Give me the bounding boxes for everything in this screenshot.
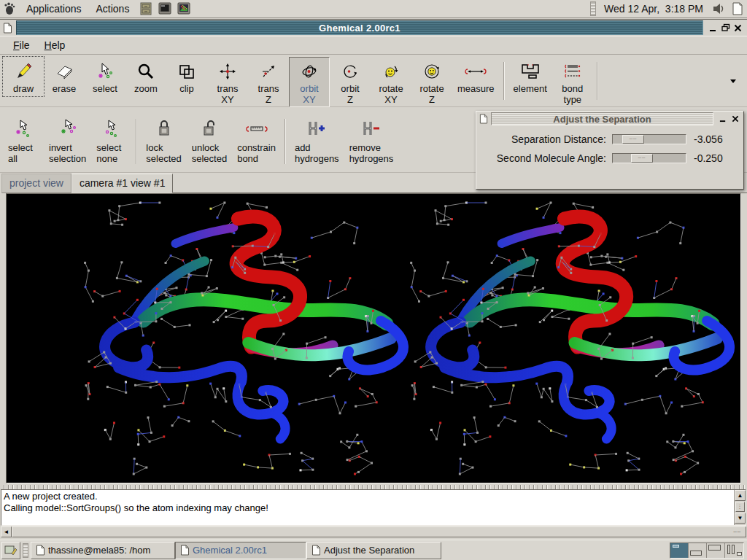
select-cursor-icon	[96, 61, 115, 82]
screenshot-launcher[interactable]	[176, 1, 192, 16]
select-none-button[interactable]: select none	[91, 113, 132, 166]
translate-z-button[interactable]: trans Z	[248, 57, 289, 107]
window-icon	[3, 23, 12, 34]
eraser-icon	[55, 61, 74, 82]
workspace-4[interactable]	[725, 543, 743, 558]
separation-distance-slider[interactable]: ┄┄	[612, 134, 686, 144]
applications-menu[interactable]: Applications	[19, 0, 89, 18]
gnome-foot-icon	[2, 1, 17, 16]
bond-type-icon	[562, 61, 583, 82]
show-desktop-icon	[4, 545, 18, 556]
notes-applet[interactable]	[729, 1, 746, 16]
clip-button[interactable]: clip	[166, 57, 207, 96]
log-output[interactable]: A new project created. Calling model::So…	[1, 490, 734, 525]
menu-file[interactable]: File	[6, 38, 37, 52]
orbit-xy-icon	[300, 61, 319, 82]
log-horizontal-scrollbar[interactable]: ◄ ┄┄	[1, 526, 746, 537]
task-terminal-window[interactable]: thassine@mela85: /hom	[31, 542, 175, 559]
bond-type-button[interactable]: bond type	[552, 57, 593, 107]
adjust-separation-dialog: Adjust the Separation Separation Distanc…	[476, 111, 744, 190]
toolbar-overflow-button[interactable]	[722, 72, 744, 90]
tab-project-view[interactable]: project view	[1, 174, 71, 193]
window-titlebar[interactable]: Ghemical 2.00rc1	[0, 20, 747, 36]
dialog-close-button[interactable]	[730, 114, 740, 124]
slider-thumb[interactable]: ┄┄	[622, 135, 644, 144]
translate-xy-icon	[218, 61, 237, 82]
scroll-left-button[interactable]: ◄	[1, 526, 12, 537]
constrain-bond-icon	[244, 117, 269, 141]
maximize-button[interactable]	[721, 23, 730, 33]
terminal-launcher[interactable]	[157, 1, 173, 16]
rotate-xy-button[interactable]: rotate XY	[371, 57, 411, 107]
workspace-2[interactable]	[689, 543, 707, 558]
log-vertical-scrollbar[interactable]: ▲ ⋮ ▼	[734, 490, 746, 525]
separation-distance-value: -3.056	[686, 133, 723, 145]
select-all-button[interactable]: select all	[3, 113, 44, 166]
separation-distance-row: Separation Distance: ┄┄ -3.056	[482, 133, 738, 145]
minimize-icon	[709, 24, 717, 32]
translate-xy-button[interactable]: trans XY	[207, 57, 248, 107]
dialog-menu-button[interactable]	[477, 112, 489, 125]
second-molecule-angle-slider[interactable]: ┄┄	[612, 153, 686, 163]
menu-help[interactable]: Help	[37, 38, 73, 52]
workspace-switcher	[670, 542, 744, 559]
tab-strip-filler	[173, 192, 747, 193]
workspace-1[interactable]	[670, 543, 689, 558]
window-title: Ghemical 2.00rc1	[319, 23, 400, 34]
orbit-xy-button[interactable]: orbit XY	[289, 57, 330, 107]
minimize-icon	[719, 115, 727, 122]
file-manager-launcher[interactable]	[138, 1, 154, 16]
scroll-up-button[interactable]: ▲	[735, 490, 746, 501]
task-ghemical-window[interactable]: Ghemical 2.00rc1	[175, 542, 306, 559]
tasklist-drag-handle[interactable]	[23, 543, 28, 558]
element-button[interactable]: element	[508, 57, 552, 96]
measure-button[interactable]: measure	[452, 57, 500, 96]
molecule-3d-viewport[interactable]	[6, 193, 741, 483]
actions-menu[interactable]: Actions	[89, 0, 137, 18]
lock-selected-button[interactable]: lock selected	[141, 113, 186, 166]
toolbar-separator	[136, 119, 137, 164]
tab-camera-view[interactable]: camera #1 view #1	[71, 174, 174, 193]
second-molecule-angle-value: -0.250	[686, 152, 723, 164]
constrain-bond-button[interactable]: constrain bond	[232, 113, 281, 166]
window-icon	[311, 545, 321, 556]
gnome-main-menu[interactable]	[1, 1, 18, 16]
titlebar-strip[interactable]: Ghemical 2.00rc1	[16, 20, 703, 35]
hscroll-thumb[interactable]: ┄┄	[12, 526, 746, 537]
dialog-title-strip[interactable]: Adjust the Separation	[491, 112, 713, 125]
close-button[interactable]	[733, 23, 743, 33]
select-button[interactable]: select	[85, 57, 125, 96]
panel-clock[interactable]: Wed 12 Apr, 3:18 PM	[598, 3, 709, 15]
show-desktop-button[interactable]	[1, 542, 20, 559]
dialog-title: Adjust the Separation	[553, 114, 651, 125]
log-line: A new project created.	[4, 491, 732, 502]
rotate-z-button[interactable]: rotate Z	[411, 57, 452, 107]
vscroll-thumb[interactable]: ⋮	[735, 502, 745, 512]
molecule-render	[7, 194, 740, 483]
remove-hydrogens-button[interactable]: remove hydrogens	[344, 113, 399, 166]
dialog-titlebar[interactable]: Adjust the Separation	[476, 112, 743, 126]
scroll-down-button[interactable]: ▼	[735, 513, 746, 524]
draw-button[interactable]: draw	[3, 57, 44, 96]
orbit-z-button[interactable]: orbit Z	[330, 57, 371, 107]
slider-thumb[interactable]: ┄┄	[631, 154, 653, 163]
volume-applet[interactable]	[711, 1, 727, 16]
chevron-down-icon	[729, 78, 737, 84]
window-menu-button[interactable]	[1, 20, 14, 35]
toolbar-separator	[597, 62, 598, 100]
add-hydrogens-button[interactable]: add hydrogens	[290, 113, 344, 166]
workspace-3[interactable]	[707, 543, 725, 558]
erase-button[interactable]: erase	[44, 57, 85, 96]
panel-drag-handle[interactable]	[590, 1, 596, 16]
zoom-button[interactable]: zoom	[125, 57, 166, 96]
minimize-button[interactable]	[708, 23, 718, 33]
ghemical-window: Ghemical 2.00rc1 File Help	[0, 19, 747, 538]
task-adjust-separation-dialog[interactable]: Adjust the Separation	[306, 542, 441, 559]
unlock-selected-button[interactable]: unlock selected	[187, 113, 232, 166]
select-all-icon	[13, 117, 34, 141]
task-label: Ghemical 2.00rc1	[193, 545, 267, 556]
clip-planes-icon	[177, 61, 196, 82]
dialog-minimize-button[interactable]	[718, 114, 727, 124]
invert-selection-button[interactable]: invert selection	[44, 113, 91, 166]
toolbar-separator	[503, 62, 505, 100]
